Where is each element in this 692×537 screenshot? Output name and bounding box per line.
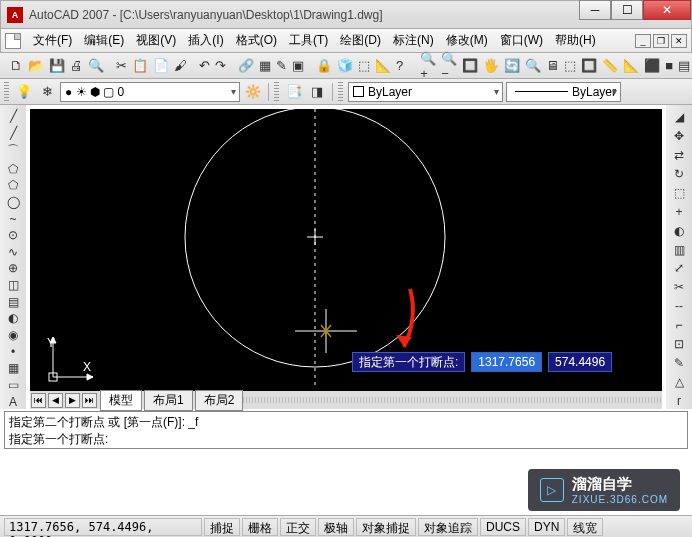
dynamic-y-value[interactable]: 574.4496: [548, 352, 612, 372]
close-button[interactable]: ✕: [643, 0, 691, 20]
zoom-icon[interactable]: 🔍: [524, 56, 542, 76]
grid-toggle[interactable]: 栅格: [242, 518, 278, 536]
rectangle-icon[interactable]: ⬠: [3, 178, 23, 193]
trim-icon[interactable]: ✂: [669, 279, 689, 296]
tab-model[interactable]: 模型: [100, 390, 142, 411]
color-gray-icon[interactable]: ■: [664, 56, 674, 76]
ucs-icon[interactable]: 🔲: [580, 56, 598, 76]
menu-insert[interactable]: 插入(I): [182, 29, 229, 52]
regen-icon[interactable]: 🔄: [503, 56, 521, 76]
break-icon[interactable]: ⊡: [669, 336, 689, 353]
extend-icon[interactable]: --: [669, 298, 689, 315]
coordinate-display[interactable]: 1317.7656, 574.4496, 0.0000: [4, 518, 202, 536]
erase-icon[interactable]: ◢: [669, 109, 689, 126]
menu-tools[interactable]: 工具(T): [283, 29, 334, 52]
dyn-toggle[interactable]: DYN: [528, 518, 565, 536]
copy-icon[interactable]: 📋: [131, 56, 149, 76]
hatch-icon[interactable]: •: [3, 344, 23, 359]
minimize-button[interactable]: ─: [579, 0, 611, 20]
cut-icon[interactable]: ✂: [115, 56, 128, 76]
tab-layout2[interactable]: 布局2: [195, 390, 244, 411]
offset-icon[interactable]: ↻: [669, 166, 689, 183]
toolbar-grip[interactable]: [274, 82, 279, 102]
insert-block-icon[interactable]: ▤: [3, 294, 23, 309]
toolbar-grip[interactable]: [4, 82, 9, 102]
dist-icon[interactable]: 📏: [601, 56, 619, 76]
menu-edit[interactable]: 编辑(E): [78, 29, 130, 52]
ortho-toggle[interactable]: 正交: [280, 518, 316, 536]
tab-prev-button[interactable]: ◀: [48, 393, 63, 408]
tab-first-button[interactable]: ⏮: [31, 393, 46, 408]
polygon-icon[interactable]: ⬠: [3, 161, 23, 176]
zoom-window-icon[interactable]: ✎: [275, 56, 288, 76]
make-block-icon[interactable]: ◐: [3, 311, 23, 326]
layer-combo[interactable]: ● ☀ ⬢ ▢ 0: [60, 82, 240, 102]
zoom-in-icon[interactable]: 🔍+: [419, 56, 437, 76]
region-icon[interactable]: ▭: [3, 378, 23, 393]
layer-iso-icon[interactable]: ◨: [307, 82, 327, 102]
spline-icon[interactable]: ∿: [3, 244, 23, 259]
layer-states-icon[interactable]: 📑: [284, 82, 304, 102]
line-icon[interactable]: ╱: [3, 109, 23, 124]
menu-file[interactable]: 文件(F): [27, 29, 78, 52]
polar-toggle[interactable]: 极轴: [318, 518, 354, 536]
mirror-icon[interactable]: ⇄: [669, 147, 689, 164]
copy-obj-icon[interactable]: ✥: [669, 128, 689, 145]
chamfer-icon[interactable]: △: [669, 373, 689, 390]
mdi-minimize-button[interactable]: _: [635, 34, 651, 48]
menu-window[interactable]: 窗口(W): [494, 29, 549, 52]
menu-dimension[interactable]: 标注(N): [387, 29, 440, 52]
layer-prev-icon[interactable]: 🔆: [243, 82, 263, 102]
3d-orbit-icon[interactable]: ⬚: [563, 56, 577, 76]
snap-toggle[interactable]: 捕捉: [204, 518, 240, 536]
fillet-icon[interactable]: r: [669, 392, 689, 409]
layer-freeze-icon[interactable]: ❄: [37, 82, 57, 102]
otrack-toggle[interactable]: 对象追踪: [418, 518, 478, 536]
preview-icon[interactable]: 🔍: [87, 56, 105, 76]
arc-icon[interactable]: ◯: [3, 195, 23, 210]
paste-icon[interactable]: 📄: [152, 56, 170, 76]
pan-hand-icon[interactable]: 🖐: [482, 56, 500, 76]
zoom-realtime-icon[interactable]: ▦: [258, 56, 272, 76]
redo-icon[interactable]: ↷: [214, 56, 227, 76]
dynamic-x-value[interactable]: 1317.7656: [471, 352, 542, 372]
point-icon[interactable]: ◉: [3, 328, 23, 343]
mdi-restore-button[interactable]: ❐: [653, 34, 669, 48]
scale-icon[interactable]: ▥: [669, 241, 689, 258]
linetype-combo[interactable]: ByLayer: [506, 82, 621, 102]
gradient-icon[interactable]: ▦: [3, 361, 23, 376]
menu-modify[interactable]: 修改(M): [440, 29, 494, 52]
zoom-out-icon[interactable]: 🔍−: [440, 56, 458, 76]
open-icon[interactable]: 📂: [27, 56, 45, 76]
mdi-close-button[interactable]: ✕: [671, 34, 687, 48]
ellipse-arc-icon[interactable]: ◫: [3, 278, 23, 293]
pan-icon[interactable]: 🔗: [237, 56, 255, 76]
stretch-icon[interactable]: ⤢: [669, 260, 689, 277]
command-window[interactable]: 指定第二个打断点 或 [第一点(F)]: _f 指定第一个打断点:: [4, 411, 688, 449]
tab-next-button[interactable]: ▶: [65, 393, 80, 408]
new-icon[interactable]: 🗋: [9, 56, 24, 76]
color-combo[interactable]: ByLayer: [348, 82, 503, 102]
ellipse-icon[interactable]: ⊕: [3, 261, 23, 276]
maximize-button[interactable]: ☐: [611, 0, 643, 20]
matchprop-icon[interactable]: 🖌: [173, 56, 188, 76]
menu-help[interactable]: 帮助(H): [549, 29, 602, 52]
move-icon[interactable]: +: [669, 203, 689, 220]
menu-view[interactable]: 视图(V): [130, 29, 182, 52]
layers-icon[interactable]: ▤: [677, 56, 691, 76]
break-at-icon[interactable]: ⌐: [669, 317, 689, 334]
zoom-prev-icon[interactable]: ▣: [291, 56, 305, 76]
named-views-icon[interactable]: 🖥: [545, 56, 560, 76]
help-icon[interactable]: ?: [395, 56, 404, 76]
save-icon[interactable]: 💾: [48, 56, 66, 76]
pline-icon[interactable]: ⌒: [3, 142, 23, 159]
tab-last-button[interactable]: ⏭: [82, 393, 97, 408]
zoom-extents-icon[interactable]: 🔲: [461, 56, 479, 76]
design-center-icon[interactable]: 🧊: [336, 56, 354, 76]
join-icon[interactable]: ✎: [669, 354, 689, 371]
circle-icon[interactable]: ~: [3, 211, 23, 226]
sheet-set-icon[interactable]: 📐: [374, 56, 392, 76]
lwt-toggle[interactable]: 线宽: [567, 518, 603, 536]
osnap-toggle[interactable]: 对象捕捉: [356, 518, 416, 536]
tab-layout1[interactable]: 布局1: [144, 390, 193, 411]
